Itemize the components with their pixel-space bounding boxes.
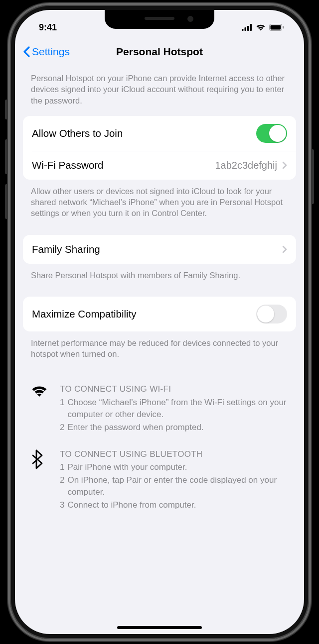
bt-step-1: Pair iPhone with your computer.	[67, 461, 187, 473]
wifi-password-value: 1ab2c3defghij	[215, 160, 277, 171]
volume-up-button[interactable]	[5, 139, 9, 174]
chevron-left-icon	[23, 46, 30, 57]
max-compat-toggle[interactable]	[256, 305, 287, 323]
max-compat-footer: Internet performance may be reduced for …	[23, 331, 296, 366]
wifi-icon	[31, 384, 48, 397]
svg-rect-2	[247, 26, 249, 31]
status-time: 9:41	[33, 22, 57, 33]
back-label: Settings	[32, 46, 70, 58]
battery-icon	[269, 24, 284, 31]
home-indicator[interactable]	[117, 626, 202, 629]
content: Personal Hotspot on your iPhone can prov…	[15, 67, 304, 511]
allow-others-footer: Allow other users or devices not signed …	[23, 180, 296, 225]
svg-rect-0	[242, 29, 244, 31]
chevron-right-icon	[282, 245, 287, 253]
wifi-icon	[256, 24, 266, 31]
instructions: TO CONNECT USING WI-FI 1Choose “Michael’…	[23, 365, 296, 511]
volume-down-button[interactable]	[5, 184, 9, 219]
group-compat: Maximize Compatibility	[23, 297, 296, 331]
cellular-icon	[242, 24, 252, 31]
row-max-compat[interactable]: Maximize Compatibility	[23, 297, 296, 331]
bt-step-2: On iPhone, tap Pair or enter the code di…	[67, 474, 288, 498]
wifi-password-label: Wi-Fi Password	[32, 159, 104, 171]
phone-frame: 9:41 Settings Personal Hotspot Personal …	[10, 5, 309, 639]
instructions-bluetooth: TO CONNECT USING BLUETOOTH 1Pair iPhone …	[31, 448, 288, 511]
intro-text: Personal Hotspot on your iPhone can prov…	[23, 67, 296, 112]
allow-others-toggle[interactable]	[256, 124, 287, 143]
family-sharing-footer: Share Personal Hotspot with members of F…	[23, 264, 296, 287]
bt-step-3: Connect to iPhone from computer.	[67, 499, 196, 511]
notch	[105, 10, 214, 29]
allow-others-label: Allow Others to Join	[32, 127, 123, 139]
row-allow-others[interactable]: Allow Others to Join	[23, 116, 296, 151]
instructions-wifi: TO CONNECT USING WI-FI 1Choose “Michael’…	[31, 383, 288, 433]
page-title: Personal Hotspot	[116, 46, 203, 58]
row-wifi-password[interactable]: Wi-Fi Password 1ab2c3defghij	[32, 151, 296, 180]
family-sharing-label: Family Sharing	[32, 243, 100, 255]
svg-rect-3	[250, 24, 252, 31]
bt-inst-title: TO CONNECT USING BLUETOOTH	[60, 448, 288, 460]
svg-rect-1	[245, 27, 247, 31]
wifi-step-1: Choose “Michael’s iPhone” from the Wi-Fi…	[67, 397, 288, 421]
bluetooth-icon	[31, 449, 43, 469]
wifi-step-2: Enter the password when prompted.	[67, 422, 203, 433]
screen: 9:41 Settings Personal Hotspot Personal …	[15, 10, 304, 634]
chevron-right-icon	[282, 161, 287, 169]
silence-switch[interactable]	[5, 100, 9, 119]
group-family: Family Sharing	[23, 235, 296, 264]
wifi-inst-title: TO CONNECT USING WI-FI	[60, 383, 288, 395]
group-hotspot: Allow Others to Join Wi-Fi Password 1ab2…	[23, 116, 296, 180]
nav-bar: Settings Personal Hotspot	[15, 38, 304, 67]
power-button[interactable]	[310, 149, 314, 204]
row-family-sharing[interactable]: Family Sharing	[23, 235, 296, 264]
svg-rect-5	[271, 25, 281, 30]
back-button[interactable]: Settings	[23, 46, 70, 58]
max-compat-label: Maximize Compatibility	[32, 308, 137, 320]
svg-rect-6	[283, 26, 284, 29]
status-icons	[242, 24, 286, 31]
